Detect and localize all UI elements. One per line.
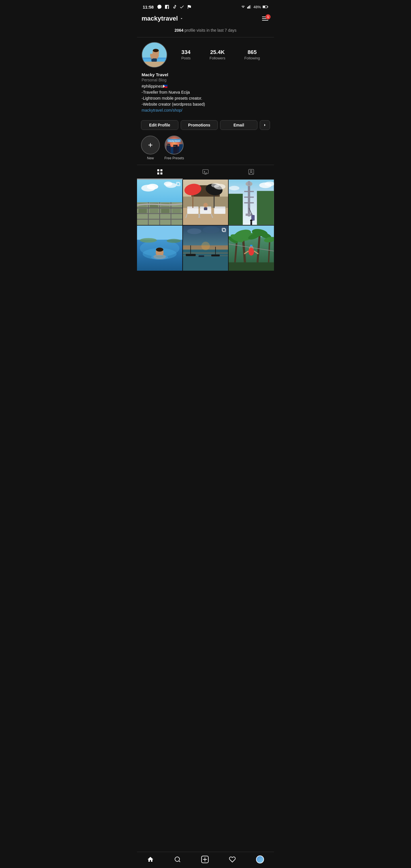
notification-badge: 1 [265, 14, 271, 20]
username-text: mackytravel [141, 15, 178, 22]
bio-line-1: -Traveller from Nueva Ecija [141, 90, 190, 94]
username-area[interactable]: mackytravel [141, 15, 184, 22]
svg-point-107 [151, 255, 168, 259]
svg-point-37 [250, 170, 252, 172]
battery-icon [262, 5, 268, 8]
following-label: Following [244, 56, 260, 60]
avatar [141, 42, 167, 68]
tab-tagged[interactable] [228, 165, 274, 179]
home-icon [147, 856, 154, 863]
following-stat[interactable]: 865 Following [244, 49, 260, 61]
highlight-new-circle: + [141, 135, 160, 154]
status-bar: 11:58 [137, 0, 274, 12]
svg-point-95 [229, 186, 240, 190]
checkmark-icon [179, 4, 184, 9]
svg-rect-3 [250, 5, 251, 8]
followers-stat[interactable]: 25.4K Followers [210, 49, 225, 61]
bio-category: Personal Blog [141, 78, 270, 82]
tiktok-icon [172, 4, 177, 9]
tv-icon [202, 168, 209, 175]
avatar-container[interactable] [141, 42, 167, 68]
grid-item-2[interactable] [183, 180, 228, 225]
promotions-button[interactable]: Promotions [181, 120, 218, 130]
heart-icon [229, 856, 236, 863]
grid-icon [156, 168, 163, 175]
svg-point-140 [249, 248, 254, 255]
svg-rect-51 [161, 209, 169, 213]
svg-rect-24 [179, 144, 183, 154]
bio-name: Macky Travel [141, 72, 270, 77]
bio-line-2: -Lightroom mobile presets creator. [141, 96, 202, 100]
multiple-photos-icon-5 [221, 227, 226, 232]
svg-rect-17 [150, 58, 152, 59]
svg-rect-10 [142, 62, 167, 67]
svg-rect-25 [168, 145, 169, 145]
menu-button[interactable]: 1 [261, 16, 270, 22]
plus-icon: + [148, 141, 153, 149]
posts-stat[interactable]: 334 Posts [181, 49, 191, 61]
svg-point-80 [211, 183, 220, 188]
grid-item-5[interactable] [183, 225, 228, 271]
svg-point-56 [164, 182, 172, 186]
svg-point-146 [175, 857, 180, 862]
tab-tv[interactable] [183, 165, 228, 179]
photo-grid [137, 180, 274, 271]
svg-rect-50 [150, 209, 158, 213]
signal-icon [247, 5, 252, 9]
svg-rect-86 [244, 191, 254, 192]
svg-point-103 [167, 239, 181, 243]
svg-rect-82 [229, 194, 243, 225]
svg-rect-111 [183, 252, 228, 253]
nav-heart[interactable] [225, 855, 239, 864]
svg-rect-90 [248, 181, 250, 185]
svg-point-102 [140, 238, 157, 242]
nav-home[interactable] [144, 855, 157, 864]
email-button[interactable]: Email [220, 120, 257, 130]
top-nav: mackytravel 1 [137, 12, 274, 26]
grid-item-3[interactable] [229, 180, 274, 225]
nav-profile[interactable] [253, 854, 267, 865]
highlight-free-presets[interactable]: macky travel Free Presets [164, 135, 184, 160]
svg-rect-78 [204, 207, 207, 210]
svg-point-105 [156, 248, 163, 252]
grid-item-6[interactable] [229, 225, 274, 271]
battery-text: 48% [253, 5, 261, 9]
svg-rect-71 [214, 207, 225, 208]
followers-label: Followers [210, 56, 225, 60]
svg-rect-1 [248, 6, 249, 8]
profile-visits-text: profile visits in the last 7 days [184, 28, 236, 33]
messenger-icon [157, 4, 162, 9]
svg-rect-6 [267, 6, 268, 7]
grid-item-1[interactable] [137, 180, 182, 225]
svg-point-119 [203, 226, 220, 233]
bio-text: #philippines🇵🇭 -Traveller from Nueva Eci… [141, 83, 270, 113]
profile-visits-count: 2064 [175, 28, 183, 33]
more-options-button[interactable] [260, 120, 270, 130]
bottom-nav [137, 852, 274, 868]
svg-rect-33 [157, 173, 159, 175]
add-icon [201, 856, 209, 863]
tab-grid[interactable] [137, 165, 183, 179]
nav-search[interactable] [171, 855, 184, 864]
svg-rect-72 [214, 208, 225, 214]
edit-profile-button[interactable]: Edit Profile [141, 120, 179, 130]
svg-rect-87 [244, 197, 254, 198]
svg-rect-5 [263, 6, 265, 7]
svg-rect-34 [160, 173, 162, 175]
highlight-free-presets-circle: macky travel [165, 135, 184, 154]
svg-rect-52 [172, 209, 181, 213]
search-icon [174, 856, 181, 863]
svg-rect-101 [137, 225, 182, 240]
grid-item-4[interactable] [137, 225, 182, 271]
bio-website[interactable]: mackytravel.com/shop/ [141, 108, 182, 113]
svg-rect-0 [247, 7, 248, 8]
svg-rect-27 [174, 146, 175, 147]
facebook-icon [164, 4, 169, 9]
svg-rect-32 [160, 169, 162, 171]
person-tag-icon [248, 168, 255, 175]
nav-add[interactable] [198, 855, 212, 864]
highlight-new[interactable]: + New [141, 135, 160, 160]
svg-point-13 [153, 49, 159, 52]
svg-text:macky travel: macky travel [168, 140, 180, 142]
svg-point-77 [203, 203, 208, 207]
